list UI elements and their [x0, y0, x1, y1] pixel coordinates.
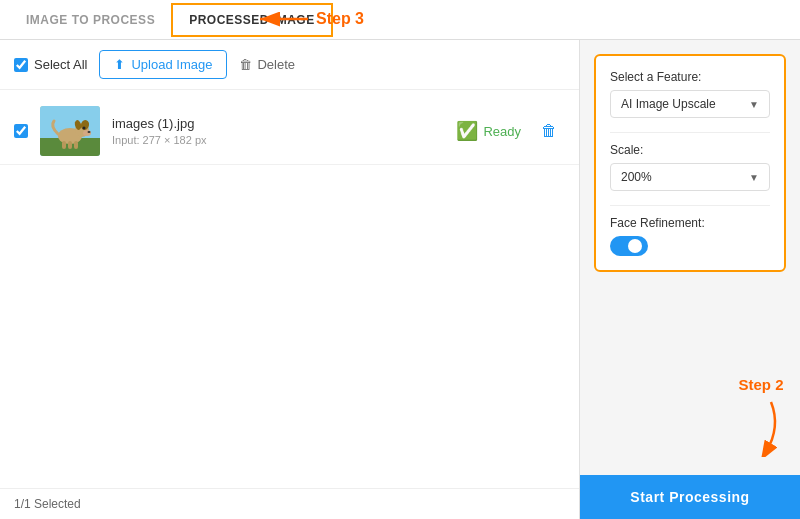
step2-annotation: Step 2: [736, 376, 786, 457]
thumbnail-image: [40, 106, 100, 156]
select-all-label: Select All: [34, 57, 87, 72]
toolbar: Select All ⬆ Upload Image 🗑 Delete: [0, 40, 579, 90]
trash-icon: 🗑: [239, 57, 252, 72]
svg-rect-11: [62, 141, 66, 149]
file-name: images (1).jpg: [112, 116, 444, 131]
tab-processed-image[interactable]: PROCESSED IMAGE: [171, 3, 333, 37]
file-list: images (1).jpg Input: 277 × 182 px ✅ Rea…: [0, 90, 579, 488]
svg-point-10: [83, 127, 86, 130]
feature-label: Select a Feature:: [610, 70, 770, 84]
feature-value: AI Image Upscale: [621, 97, 716, 111]
file-meta: Input: 277 × 182 px: [112, 134, 444, 146]
left-panel: Select All ⬆ Upload Image 🗑 Delete: [0, 40, 580, 519]
file-delete-button[interactable]: 🗑: [533, 118, 565, 144]
tab-image-to-process[interactable]: IMAGE TO PROCESS: [10, 5, 171, 35]
tab-bar: IMAGE TO PROCESS PROCESSED IMAGE Step 3: [0, 0, 800, 40]
toggle-slider: [610, 236, 648, 256]
main-container: IMAGE TO PROCESS PROCESSED IMAGE Step 3: [0, 0, 800, 519]
feature-box: Select a Feature: AI Image Upscale ▼ Sca…: [594, 54, 786, 272]
face-refinement-section: Face Refinement:: [610, 216, 770, 256]
feature-dropdown[interactable]: AI Image Upscale ▼: [610, 90, 770, 118]
face-refinement-toggle[interactable]: [610, 236, 648, 256]
step2-arrow-icon: [736, 397, 786, 457]
right-panel: Select a Feature: AI Image Upscale ▼ Sca…: [580, 40, 800, 519]
toggle-container: [610, 236, 770, 256]
file-checkbox[interactable]: [14, 124, 28, 138]
step2-label: Step 2: [736, 376, 786, 393]
file-status: ✅ Ready: [456, 120, 521, 142]
start-processing-button[interactable]: Start Processing: [580, 475, 800, 519]
scale-section: Scale: 200% ▼: [610, 143, 770, 191]
chevron-down-icon: ▼: [749, 99, 759, 110]
face-refinement-label: Face Refinement:: [610, 216, 770, 230]
select-all-checkbox[interactable]: Select All: [14, 57, 87, 72]
scale-value: 200%: [621, 170, 652, 184]
file-thumbnail: [40, 106, 100, 156]
upload-icon: ⬆: [114, 57, 125, 72]
feature-section: Select a Feature: AI Image Upscale ▼: [610, 70, 770, 118]
scale-label: Scale:: [610, 143, 770, 157]
status-bar: 1/1 Selected: [0, 488, 579, 519]
select-all-input[interactable]: [14, 58, 28, 72]
delete-label: Delete: [257, 57, 295, 72]
scale-dropdown[interactable]: 200% ▼: [610, 163, 770, 191]
table-row: images (1).jpg Input: 277 × 182 px ✅ Rea…: [0, 98, 579, 165]
svg-point-9: [88, 131, 91, 133]
file-info: images (1).jpg Input: 277 × 182 px: [112, 116, 444, 146]
content-area: Select All ⬆ Upload Image 🗑 Delete: [0, 40, 800, 519]
svg-point-8: [83, 130, 91, 136]
svg-rect-12: [68, 141, 72, 149]
selected-count: 1/1 Selected: [14, 497, 81, 511]
status-check-icon: ✅: [456, 120, 478, 142]
status-text: Ready: [483, 124, 521, 139]
delete-button[interactable]: 🗑 Delete: [239, 57, 295, 72]
upload-button[interactable]: ⬆ Upload Image: [99, 50, 227, 79]
chevron-down-icon-2: ▼: [749, 172, 759, 183]
divider1: [610, 132, 770, 133]
upload-label: Upload Image: [131, 57, 212, 72]
divider2: [610, 205, 770, 206]
svg-rect-13: [74, 141, 78, 149]
